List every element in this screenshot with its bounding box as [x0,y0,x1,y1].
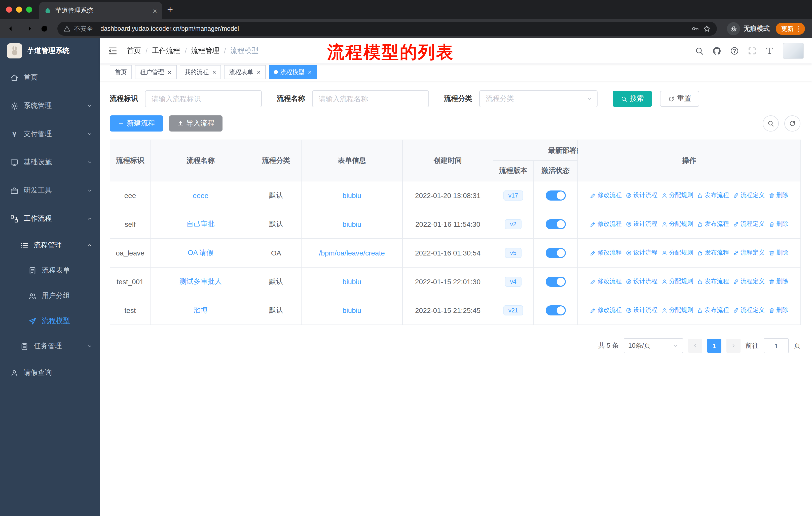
search-icon[interactable] [695,46,704,55]
sidebar-item-infrastructure[interactable]: 基础设施 [0,148,100,176]
sidebar-item-process-model[interactable]: 流程模型 [0,308,100,333]
collapse-sidebar-icon[interactable] [108,46,118,56]
delete-process-link[interactable]: 删除 [769,220,788,228]
goto-page-input[interactable] [764,338,789,353]
process-definition-link[interactable]: 流程定义 [733,220,765,228]
version-badge[interactable]: v21 [503,305,523,316]
breadcrumb-workflow[interactable]: 工作流程 [152,46,180,55]
browser-menu-icon[interactable] [795,25,803,32]
forward-icon[interactable] [24,24,33,33]
assign-rule-link[interactable]: 分配规则 [662,220,693,228]
close-icon[interactable]: × [212,69,216,75]
update-button[interactable]: 更新 [776,23,805,35]
minimize-window-button[interactable] [16,6,22,12]
process-name-link[interactable]: 自己审批 [186,220,215,228]
active-toggle[interactable] [546,277,566,287]
sidebar-item-process-form[interactable]: 流程表单 [0,258,100,283]
tag-tenant-management[interactable]: 租户管理 × [135,65,176,79]
active-toggle[interactable] [546,248,566,258]
help-icon[interactable] [730,46,739,55]
bookmark-star-icon[interactable] [703,25,711,33]
sidebar-item-task-management[interactable]: 任务管理 [0,333,100,359]
form-info-link[interactable]: biubiu [343,220,361,228]
refresh-table-button[interactable] [784,115,801,132]
user-avatar[interactable] [783,43,804,59]
version-badge[interactable]: v5 [505,248,521,258]
zoom-window-button[interactable] [26,6,32,12]
edit-process-link[interactable]: 修改流程 [590,306,622,315]
back-icon[interactable] [7,24,17,33]
assign-rule-link[interactable]: 分配规则 [662,306,693,315]
form-info-link[interactable]: biubiu [343,278,361,286]
process-name-link[interactable]: OA 请假 [188,248,214,256]
active-toggle[interactable] [546,305,566,316]
design-process-link[interactable]: 设计流程 [626,220,658,228]
tag-process-form[interactable]: 流程表单 × [224,65,265,79]
version-badge[interactable]: v2 [505,219,521,229]
publish-process-link[interactable]: 发布流程 [697,306,729,315]
publish-process-link[interactable]: 发布流程 [697,249,729,257]
active-toggle[interactable] [546,219,566,229]
edit-process-link[interactable]: 修改流程 [590,191,622,200]
form-info-link[interactable]: /bpm/oa/leave/create [319,249,385,257]
process-category-select[interactable]: 流程分类 [479,90,598,107]
toggle-search-button[interactable] [763,115,779,132]
publish-process-link[interactable]: 发布流程 [697,191,729,200]
assign-rule-link[interactable]: 分配规则 [662,191,693,200]
close-icon[interactable]: × [257,69,261,75]
design-process-link[interactable]: 设计流程 [626,277,658,286]
process-name-link[interactable]: 测试多审批人 [179,277,222,285]
process-id-input[interactable] [145,90,262,107]
form-info-link[interactable]: biubiu [343,306,361,315]
delete-process-link[interactable]: 删除 [769,277,788,286]
breadcrumb-process-management[interactable]: 流程管理 [191,46,220,55]
browser-tab[interactable]: 芋道管理系统 × [39,2,162,19]
design-process-link[interactable]: 设计流程 [626,191,658,200]
form-info-link[interactable]: biubiu [343,191,361,199]
edit-process-link[interactable]: 修改流程 [590,249,622,257]
process-name-link[interactable]: 滔博 [194,306,208,314]
assign-rule-link[interactable]: 分配规则 [662,249,693,257]
version-badge[interactable]: v4 [505,277,521,287]
prev-page-button[interactable] [688,338,702,353]
sidebar-item-leave-query[interactable]: 请假查询 [0,359,100,387]
tag-my-process[interactable]: 我的流程 × [179,65,221,79]
process-definition-link[interactable]: 流程定义 [733,249,765,257]
current-page-button[interactable]: 1 [707,338,721,353]
edit-process-link[interactable]: 修改流程 [590,277,622,286]
process-definition-link[interactable]: 流程定义 [733,306,765,315]
tag-process-model[interactable]: 流程模型 × [269,65,317,79]
sidebar-item-home[interactable]: 首页 [0,63,100,92]
delete-process-link[interactable]: 删除 [769,191,788,200]
tab-close-icon[interactable]: × [152,7,157,15]
new-tab-button[interactable]: + [167,4,173,15]
publish-process-link[interactable]: 发布流程 [697,220,729,228]
delete-process-link[interactable]: 删除 [769,306,788,315]
process-name-link[interactable]: eeee [193,191,208,199]
process-definition-link[interactable]: 流程定义 [733,191,765,200]
sidebar-item-payment[interactable]: ¥ 支付管理 [0,120,100,148]
active-toggle[interactable] [546,190,566,200]
create-process-button[interactable]: 新建流程 [110,115,163,132]
process-definition-link[interactable]: 流程定义 [733,277,765,286]
password-key-icon[interactable] [691,25,699,33]
close-icon[interactable]: × [168,69,171,75]
search-button[interactable]: 搜索 [613,91,652,107]
reset-button[interactable]: 重置 [660,91,699,107]
github-icon[interactable] [712,46,721,55]
sidebar-item-system[interactable]: 系统管理 [0,92,100,120]
next-page-button[interactable] [726,338,741,353]
font-size-icon[interactable] [765,46,774,55]
reload-icon[interactable] [40,24,49,33]
fullscreen-icon[interactable] [748,46,757,55]
design-process-link[interactable]: 设计流程 [626,306,658,315]
publish-process-link[interactable]: 发布流程 [697,277,729,286]
sidebar-item-workflow[interactable]: 工作流程 [0,205,100,233]
tag-home[interactable]: 首页 [110,65,132,79]
edit-process-link[interactable]: 修改流程 [590,220,622,228]
close-window-button[interactable] [6,6,12,12]
sidebar-item-user-group[interactable]: 用户分组 [0,283,100,308]
address-bar[interactable]: 不安全 dashboard.yudao.iocoder.cn/bpm/manag… [57,22,717,36]
breadcrumb-home[interactable]: 首页 [127,46,141,55]
version-badge[interactable]: v17 [503,190,523,200]
